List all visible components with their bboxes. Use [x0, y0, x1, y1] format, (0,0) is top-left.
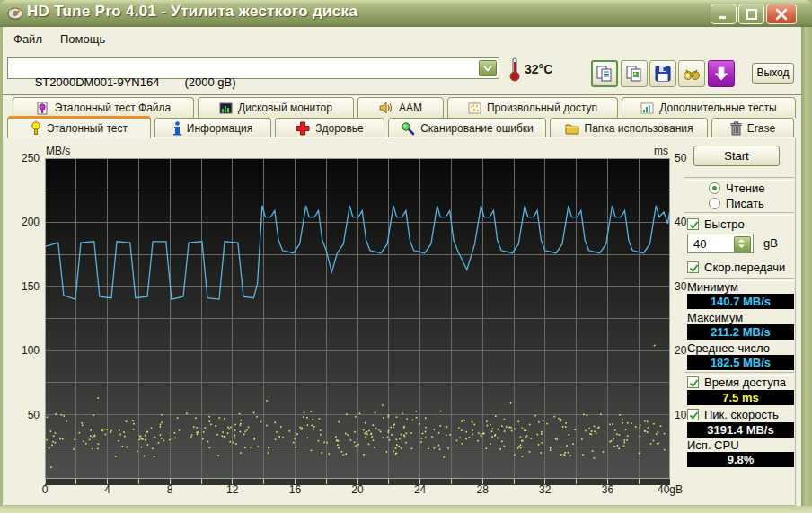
x-tick-20: 20 — [338, 483, 377, 496]
x-tick-36: 36 — [587, 483, 627, 496]
tab-label: Информация — [187, 122, 252, 135]
checkmark-icon — [688, 377, 700, 389]
tab-file-benchmark[interactable]: Эталонный тест Файла — [13, 97, 194, 118]
health-cross-icon — [296, 121, 310, 136]
access-time-checkbox-label: Время доступа — [704, 376, 786, 389]
access-time-checkbox[interactable] — [687, 376, 699, 388]
minimum-value: 140.7 MB/s — [687, 294, 794, 309]
exit-button[interactable]: Выход — [752, 63, 794, 84]
tab-label: Сканирование ошибки — [420, 122, 534, 135]
x-tick-8: 8 — [150, 483, 190, 496]
quick-size-unit: gB — [763, 236, 778, 250]
options-button[interactable] — [678, 60, 705, 87]
chevron-down-icon — [483, 66, 492, 72]
copy-text-icon — [596, 65, 613, 83]
write-radio[interactable] — [709, 198, 720, 209]
quick-checkbox[interactable] — [687, 218, 699, 230]
drive-size: (2000 gB) — [184, 75, 235, 89]
transfer-rate-checkbox-label: Скор.передачи — [704, 261, 785, 274]
minimum-label: Минимум — [687, 280, 738, 294]
quick-size-spinner[interactable]: 40 — [687, 234, 754, 253]
tab-label: Дополнительные тесты — [659, 102, 776, 114]
transfer-rate-checkbox[interactable] — [687, 261, 699, 273]
window-border-right — [801, 27, 812, 513]
window-border-bottom — [0, 506, 812, 513]
close-icon — [775, 8, 788, 21]
benchmark-plot[interactable] — [45, 158, 670, 485]
checkmark-icon — [688, 262, 700, 274]
x-tick-40gB: 40gB — [650, 483, 690, 496]
tab-erase[interactable]: Erase — [711, 118, 794, 137]
tab-folder-usage[interactable]: Папка использования — [550, 118, 708, 137]
temperature-value: 32°C — [525, 62, 552, 76]
random-access-icon — [468, 102, 481, 115]
y-left-tick-150: 150 — [11, 280, 40, 293]
tab-aam[interactable]: AAM — [357, 97, 444, 118]
close-button[interactable] — [766, 4, 797, 24]
access-time-value: 7.5 ms — [687, 390, 794, 405]
quick-size-value: 40 — [693, 237, 706, 251]
panel-separator — [684, 177, 794, 181]
checkmark-icon — [688, 219, 700, 231]
menu-file[interactable]: Файл — [8, 31, 48, 48]
start-button[interactable]: Start — [693, 146, 780, 166]
binoculars-icon — [683, 65, 701, 83]
maximize-icon — [746, 8, 757, 20]
info-icon — [173, 121, 181, 136]
burst-rate-checkbox-label: Пик. скорость — [704, 408, 779, 421]
benchmark-file-icon — [36, 102, 49, 115]
drive-name: ST2000DM001-9YN164 — [35, 75, 160, 89]
x-tick-28: 28 — [463, 483, 502, 496]
x-tick-12: 12 — [213, 483, 252, 496]
tab-info[interactable]: Информация — [154, 118, 271, 137]
tab-random-access[interactable]: Произвольный доступ — [447, 97, 618, 118]
window-title: HD Tune Pro 4.01 - Утилита жесткого диск… — [27, 3, 357, 21]
minimize-icon — [719, 9, 729, 20]
x-tick-4: 4 — [88, 483, 128, 496]
x-tick-32: 32 — [525, 483, 565, 496]
tab-label: Дисковый монитор — [238, 102, 332, 114]
tab-label: Папка использования — [585, 122, 693, 135]
tab-disk-monitor[interactable]: Дисковый монитор — [198, 97, 354, 118]
copy-text-button[interactable] — [591, 60, 618, 87]
drive-selector-dropdown-button[interactable] — [479, 60, 497, 76]
panel-separator — [684, 212, 794, 216]
tab-label: Erase — [747, 122, 775, 135]
tab-extra-tests[interactable]: Дополнительные тесты — [622, 97, 796, 118]
maximum-value: 211.2 MB/s — [687, 324, 794, 340]
tab-error-scan[interactable]: Сканирование ошибки — [388, 118, 546, 137]
hd-tune-window: HD Tune Pro 4.01 - Утилита жесткого диск… — [0, 0, 812, 513]
menu-help[interactable]: Помощь — [55, 31, 110, 48]
x-tick-24: 24 — [401, 483, 440, 496]
read-radio[interactable] — [709, 182, 720, 194]
save-button[interactable] — [649, 60, 676, 87]
speaker-icon — [379, 102, 393, 114]
y-left-tick-200: 200 — [11, 216, 40, 228]
extra-tests-icon — [640, 102, 654, 115]
download-button[interactable] — [708, 60, 735, 87]
disk-monitor-icon — [219, 102, 233, 115]
average-value: 182.5 MB/s — [687, 355, 794, 370]
minimize-button[interactable] — [710, 4, 737, 24]
maximize-button[interactable] — [738, 4, 764, 24]
burst-rate-checkbox[interactable] — [687, 409, 699, 420]
cpu-usage-value: 9.8% — [687, 452, 794, 467]
quick-checkbox-label: Быстро — [704, 217, 745, 231]
y-left-axis-title: MB/s — [46, 145, 70, 157]
drive-selector[interactable]: ST2000DM001-9YN164(2000 gB) — [7, 57, 499, 79]
benchmark-icon — [31, 121, 41, 136]
x-tick-16: 16 — [275, 483, 314, 496]
save-icon — [654, 65, 672, 83]
checkmark-icon — [688, 410, 700, 421]
copy-image-button[interactable] — [621, 60, 648, 87]
burst-rate-value: 3191.4 MB/s — [687, 422, 794, 438]
read-radio-label: Чтение — [726, 181, 764, 195]
tab-benchmark[interactable]: Эталонный тест — [7, 116, 151, 138]
write-radio-label: Писать — [726, 197, 764, 210]
tab-label: AAM — [399, 102, 422, 114]
maximum-label: Максимум — [687, 311, 743, 324]
tab-label: Произвольный доступ — [487, 102, 597, 114]
tab-health[interactable]: Здоровье — [275, 118, 384, 137]
title-bar[interactable]: HD Tune Pro 4.01 - Утилита жесткого диск… — [0, 0, 812, 27]
spinner-buttons[interactable] — [734, 236, 751, 252]
